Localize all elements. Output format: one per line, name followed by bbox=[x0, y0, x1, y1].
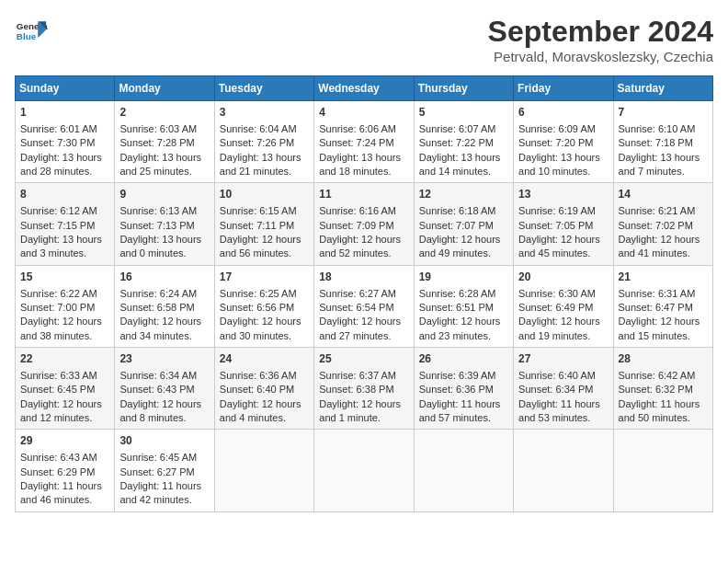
day-info: Sunset: 7:28 PM bbox=[119, 136, 209, 150]
day-info: and 10 minutes. bbox=[518, 165, 608, 178]
day-number: 29 bbox=[20, 433, 109, 449]
day-info: Sunset: 7:09 PM bbox=[319, 219, 408, 233]
day-info: Daylight: 13 hours bbox=[20, 233, 109, 247]
day-info: and 28 minutes. bbox=[20, 165, 109, 178]
day-info: Sunset: 7:05 PM bbox=[518, 219, 608, 233]
day-info: Sunset: 6:51 PM bbox=[419, 301, 508, 315]
day-info: Sunrise: 6:10 AM bbox=[619, 122, 708, 136]
table-cell: 17Sunrise: 6:25 AMSunset: 6:56 PMDayligh… bbox=[214, 265, 313, 347]
day-info: Daylight: 12 hours bbox=[220, 315, 309, 328]
day-info: Sunrise: 6:45 AM bbox=[119, 451, 209, 465]
day-info: Daylight: 12 hours bbox=[119, 397, 209, 411]
day-info: Sunrise: 6:19 AM bbox=[518, 204, 608, 218]
day-info: and 57 minutes. bbox=[419, 411, 508, 425]
table-cell: 27Sunrise: 6:40 AMSunset: 6:34 PMDayligh… bbox=[514, 348, 613, 430]
table-cell: 25Sunrise: 6:37 AMSunset: 6:38 PMDayligh… bbox=[314, 348, 414, 430]
day-info: Daylight: 13 hours bbox=[518, 151, 608, 165]
table-cell: 1Sunrise: 6:01 AMSunset: 7:30 PMDaylight… bbox=[16, 101, 115, 183]
day-info: Sunset: 7:00 PM bbox=[20, 301, 109, 315]
day-info: Sunrise: 6:12 AM bbox=[20, 204, 109, 218]
day-info: and 41 minutes. bbox=[619, 247, 708, 260]
day-info: Daylight: 12 hours bbox=[220, 233, 309, 247]
day-info: Sunrise: 6:13 AM bbox=[119, 204, 209, 218]
day-info: Sunrise: 6:07 AM bbox=[419, 122, 508, 136]
table-cell: 13Sunrise: 6:19 AMSunset: 7:05 PMDayligh… bbox=[514, 183, 613, 265]
day-info: Daylight: 13 hours bbox=[220, 151, 309, 165]
location-subtitle: Petrvald, Moravskoslezsky, Czechia bbox=[488, 49, 713, 64]
day-info: Daylight: 12 hours bbox=[319, 397, 408, 411]
table-cell: 24Sunrise: 6:36 AMSunset: 6:40 PMDayligh… bbox=[214, 348, 313, 430]
day-info: and 42 minutes. bbox=[119, 493, 209, 507]
day-info: and 25 minutes. bbox=[119, 165, 209, 178]
day-number: 10 bbox=[220, 187, 309, 202]
day-info: and 27 minutes. bbox=[319, 329, 408, 343]
table-cell: 20Sunrise: 6:30 AMSunset: 6:49 PMDayligh… bbox=[514, 265, 613, 347]
day-info: Sunset: 6:49 PM bbox=[518, 301, 608, 315]
day-info: Sunrise: 6:30 AM bbox=[518, 287, 608, 301]
day-info: and 46 minutes. bbox=[20, 493, 109, 507]
day-info: Sunrise: 6:28 AM bbox=[419, 287, 508, 301]
calendar-body: 1Sunrise: 6:01 AMSunset: 7:30 PMDaylight… bbox=[16, 101, 713, 512]
day-number: 20 bbox=[518, 270, 608, 285]
day-info: and 49 minutes. bbox=[419, 247, 508, 260]
table-cell bbox=[214, 430, 313, 511]
day-info: and 1 minute. bbox=[319, 411, 408, 425]
table-cell: 23Sunrise: 6:34 AMSunset: 6:43 PMDayligh… bbox=[115, 348, 214, 430]
table-cell: 15Sunrise: 6:22 AMSunset: 7:00 PMDayligh… bbox=[16, 265, 115, 347]
day-info: Daylight: 11 hours bbox=[419, 397, 508, 411]
day-number: 30 bbox=[119, 433, 209, 449]
day-info: Sunset: 7:22 PM bbox=[419, 136, 508, 150]
table-cell: 2Sunrise: 6:03 AMSunset: 7:28 PMDaylight… bbox=[115, 101, 214, 183]
day-info: and 38 minutes. bbox=[20, 329, 109, 343]
day-info: and 8 minutes. bbox=[119, 411, 209, 425]
day-info: Sunset: 6:34 PM bbox=[518, 383, 608, 396]
table-cell: 18Sunrise: 6:27 AMSunset: 6:54 PMDayligh… bbox=[314, 265, 414, 347]
day-info: and 19 minutes. bbox=[518, 329, 608, 343]
day-number: 19 bbox=[419, 270, 508, 285]
day-number: 24 bbox=[220, 351, 309, 367]
day-number: 1 bbox=[20, 105, 109, 121]
day-info: and 21 minutes. bbox=[220, 165, 309, 178]
day-info: Daylight: 11 hours bbox=[20, 479, 109, 493]
day-number: 5 bbox=[419, 105, 508, 121]
day-info: Daylight: 12 hours bbox=[619, 315, 708, 328]
day-info: Sunset: 7:20 PM bbox=[518, 136, 608, 150]
day-info: and 56 minutes. bbox=[220, 247, 309, 260]
table-cell: 9Sunrise: 6:13 AMSunset: 7:13 PMDaylight… bbox=[115, 183, 214, 265]
day-info: Sunset: 6:58 PM bbox=[119, 301, 209, 315]
day-info: Sunrise: 6:33 AM bbox=[20, 369, 109, 383]
table-cell: 19Sunrise: 6:28 AMSunset: 6:51 PMDayligh… bbox=[414, 265, 513, 347]
col-friday: Friday bbox=[514, 76, 613, 101]
day-number: 17 bbox=[220, 270, 309, 285]
day-info: and 0 minutes. bbox=[119, 247, 209, 260]
day-number: 26 bbox=[419, 351, 508, 367]
day-info: Sunrise: 6:37 AM bbox=[319, 369, 408, 383]
day-info: Daylight: 12 hours bbox=[220, 397, 309, 411]
table-cell: 10Sunrise: 6:15 AMSunset: 7:11 PMDayligh… bbox=[214, 183, 313, 265]
day-info: Sunrise: 6:24 AM bbox=[119, 287, 209, 301]
day-info: Sunrise: 6:15 AM bbox=[220, 204, 309, 218]
day-info: and 14 minutes. bbox=[419, 165, 508, 178]
day-info: Daylight: 13 hours bbox=[119, 233, 209, 247]
day-info: Daylight: 13 hours bbox=[419, 151, 508, 165]
day-info: Sunset: 6:27 PM bbox=[119, 465, 209, 479]
day-info: Daylight: 13 hours bbox=[619, 151, 708, 165]
day-info: and 53 minutes. bbox=[518, 411, 608, 425]
table-cell bbox=[414, 430, 513, 511]
day-info: Sunset: 7:26 PM bbox=[220, 136, 309, 150]
day-info: and 3 minutes. bbox=[20, 247, 109, 260]
day-info: Daylight: 13 hours bbox=[319, 151, 408, 165]
day-info: Sunrise: 6:34 AM bbox=[119, 369, 209, 383]
calendar-header-row: Sunday Monday Tuesday Wednesday Thursday… bbox=[16, 76, 713, 101]
day-info: Sunset: 7:18 PM bbox=[619, 136, 708, 150]
day-info: Sunset: 6:45 PM bbox=[20, 383, 109, 396]
col-wednesday: Wednesday bbox=[314, 76, 414, 101]
day-info: Sunrise: 6:09 AM bbox=[518, 122, 608, 136]
day-info: Daylight: 12 hours bbox=[518, 315, 608, 328]
day-number: 2 bbox=[119, 105, 209, 121]
day-info: Sunset: 7:11 PM bbox=[220, 219, 309, 233]
day-info: Sunset: 7:02 PM bbox=[619, 219, 708, 233]
day-info: Daylight: 13 hours bbox=[20, 151, 109, 165]
table-cell: 14Sunrise: 6:21 AMSunset: 7:02 PMDayligh… bbox=[613, 183, 712, 265]
table-cell: 12Sunrise: 6:18 AMSunset: 7:07 PMDayligh… bbox=[414, 183, 513, 265]
